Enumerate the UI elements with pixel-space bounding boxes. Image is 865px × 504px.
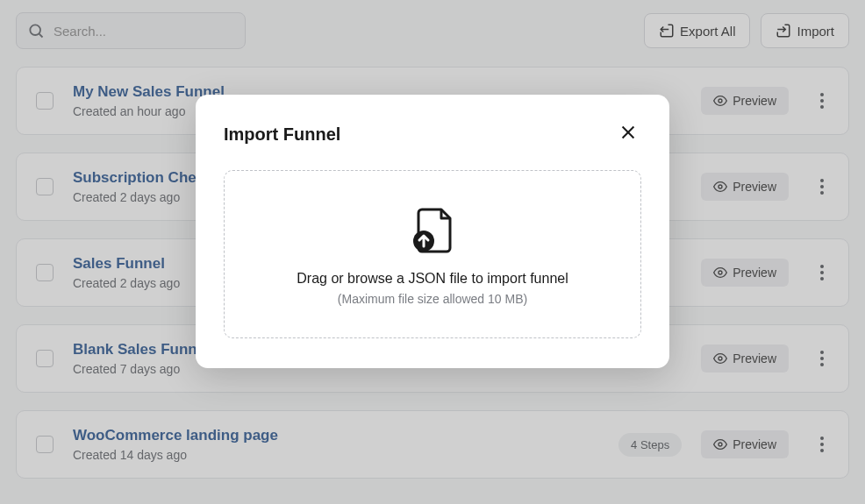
close-icon xyxy=(618,123,638,142)
upload-file-icon xyxy=(242,206,623,255)
import-funnel-modal: Import Funnel Drag or browse a JSON file… xyxy=(196,95,669,368)
dropzone-subtext: (Maximum file size allowed 10 MB) xyxy=(242,292,623,306)
dropzone-text: Drag or browse a JSON file to import fun… xyxy=(242,271,623,287)
modal-overlay[interactable]: Import Funnel Drag or browse a JSON file… xyxy=(0,0,865,504)
file-dropzone[interactable]: Drag or browse a JSON file to import fun… xyxy=(224,170,641,338)
modal-title: Import Funnel xyxy=(224,124,340,145)
close-button[interactable] xyxy=(615,119,641,149)
